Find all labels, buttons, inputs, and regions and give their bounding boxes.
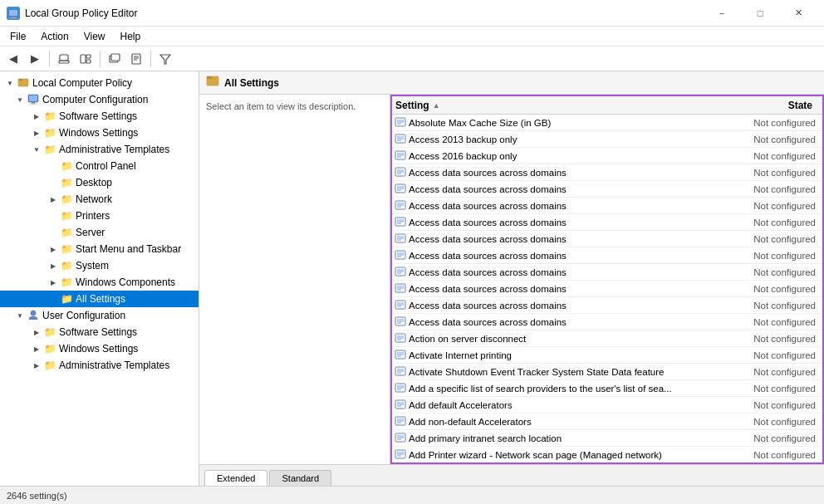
sidebar-item-network[interactable]: ▶ 📁 Network [0,191,199,208]
setting-icon [392,365,409,379]
menu-help[interactable]: Help [114,29,148,44]
setting-name: Activate Internet printing [409,350,731,360]
svg-rect-24 [207,76,212,79]
folder-icon-at-uc: 📁 [43,360,56,371]
system-label: System [76,260,109,272]
setting-state: Not configured [731,151,822,161]
folder-icon-ws-uc: 📁 [43,343,56,355]
setting-state: Not configured [731,317,822,327]
settings-row[interactable]: Access data sources across domains Not c… [392,281,822,297]
settings-row[interactable]: Access data sources across domains Not c… [392,314,822,330]
setting-state: Not configured [731,367,822,377]
sidebar-item-printers[interactable]: 📁 Printers [0,208,199,224]
setting-state: Not configured [731,450,822,460]
minimize-button[interactable]: − [703,0,741,27]
folder-icon-wc: 📁 [60,276,73,288]
settings-row[interactable]: Action on server disconnect Not configur… [392,330,822,347]
sidebar-item-server[interactable]: 📁 Server [0,224,199,241]
tab-extended[interactable]: Extended [204,470,267,486]
sidebar-item-admin-templates-uc[interactable]: ▶ 📁 Administrative Templates [0,357,199,374]
expander-ss-uc: ▶ [30,329,43,336]
sidebar-item-start-menu[interactable]: ▶ 📁 Start Menu and Taskbar [0,241,199,257]
sidebar-item-software-settings-cc[interactable]: ▶ 📁 Software Settings [0,108,199,125]
settings-row[interactable]: Add primary intranet search location Not… [392,430,822,447]
tab-standard[interactable]: Standard [269,470,331,486]
setting-state: Not configured [731,118,822,128]
settings-row[interactable]: Access data sources across domains Not c… [392,264,822,281]
status-bar: 2646 setting(s) [0,486,824,504]
settings-row[interactable]: Add a specific list of search providers … [392,380,822,397]
back-button[interactable]: ◀ [3,49,23,69]
settings-row[interactable]: Access 2016 backup only Not configured [392,148,822,164]
sidebar-item-windows-components[interactable]: ▶ 📁 Windows Components [0,274,199,291]
computer-config-icon [27,93,40,107]
settings-row[interactable]: Access data sources across domains Not c… [392,297,822,314]
setting-column-header[interactable]: Setting ▲ [395,100,728,111]
sidebar-item-all-settings[interactable]: 📁 All Settings [0,291,199,307]
settings-row[interactable]: Access data sources across domains Not c… [392,181,822,198]
maximize-button[interactable]: □ [741,0,779,27]
setting-state: Not configured [731,251,822,261]
filter-button[interactable] [155,49,175,69]
sidebar-item-software-settings-uc[interactable]: ▶ 📁 Software Settings [0,324,199,340]
admin-templates-cc-label: Administrative Templates [59,144,169,155]
menu-file[interactable]: File [3,29,32,44]
user-config-label: User Configuration [42,310,125,321]
settings-row[interactable]: Access 2013 backup only Not configured [392,131,822,148]
sidebar-item-control-panel[interactable]: 📁 Control Panel [0,158,199,174]
sidebar-item-root[interactable]: ▼ Local Computer Policy [0,75,199,91]
sidebar-item-windows-settings-cc[interactable]: ▶ 📁 Windows Settings [0,125,199,141]
setting-icon [392,199,409,213]
setting-state: Not configured [731,168,822,178]
root-icon [17,76,30,91]
svg-rect-3 [10,17,17,18]
settings-row[interactable]: Absolute Max Cache Size (in GB) Not conf… [392,115,822,131]
svg-rect-17 [18,79,22,81]
setting-name: Add a specific list of search providers … [409,384,731,394]
folder-icon-desktop: 📁 [60,177,73,188]
start-menu-label: Start Menu and Taskbar [76,243,181,255]
settings-row[interactable]: Access data sources across domains Not c… [392,198,822,214]
network-label: Network [76,193,112,205]
settings-row[interactable]: Add default Accelerators Not configured [392,397,822,413]
sidebar-item-desktop[interactable]: 📁 Desktop [0,174,199,191]
properties-button[interactable] [126,49,146,69]
expander-at-uc: ▶ [30,362,43,369]
settings-row[interactable]: Access data sources across domains Not c… [392,164,822,181]
right-pane: All Settings Select an item to view its … [199,71,824,486]
sidebar-item-windows-settings-uc[interactable]: ▶ 📁 Windows Settings [0,340,199,357]
setting-icon [392,299,409,312]
setting-icon [392,216,409,229]
settings-list: Absolute Max Cache Size (in GB) Not conf… [392,115,822,462]
sidebar-item-admin-templates-cc[interactable]: ▼ 📁 Administrative Templates [0,141,199,158]
settings-row[interactable]: Add non-default Accelerators Not configu… [392,413,822,430]
settings-row[interactable]: Activate Shutdown Event Tracker System S… [392,364,822,380]
show-hide-button[interactable] [76,49,96,69]
new-window-button[interactable] [105,49,125,69]
setting-icon [392,282,409,296]
setting-icon [392,116,409,130]
setting-name: Activate Shutdown Event Tracker System S… [409,367,731,377]
setting-state: Not configured [731,301,822,311]
state-column-header[interactable]: State [728,100,819,111]
setting-name: Access data sources across domains [409,168,731,178]
sidebar-item-computer-config[interactable]: ▼ Computer Configuration [0,91,199,108]
close-button[interactable]: ✕ [779,0,817,27]
up-button[interactable] [54,49,74,69]
setting-state: Not configured [731,184,822,194]
settings-pane: Setting ▲ State [390,95,824,464]
setting-state: Not configured [731,334,822,344]
title-left: Local Group Policy Editor [7,7,137,20]
settings-row[interactable]: Add Printer wizard - Network scan page (… [392,447,822,462]
toolbar-separator-1 [49,51,50,67]
settings-row[interactable]: Access data sources across domains Not c… [392,247,822,264]
menu-view[interactable]: View [77,29,112,44]
settings-row[interactable]: Access data sources across domains Not c… [392,231,822,247]
menu-action[interactable]: Action [34,29,75,44]
sidebar-item-system[interactable]: ▶ 📁 System [0,257,199,274]
forward-button[interactable]: ▶ [25,49,45,69]
sidebar-item-user-config[interactable]: ▼ User Configuration [0,307,199,324]
expander-uc: ▼ [13,312,27,320]
settings-row[interactable]: Activate Internet printing Not configure… [392,347,822,364]
settings-row[interactable]: Access data sources across domains Not c… [392,214,822,231]
